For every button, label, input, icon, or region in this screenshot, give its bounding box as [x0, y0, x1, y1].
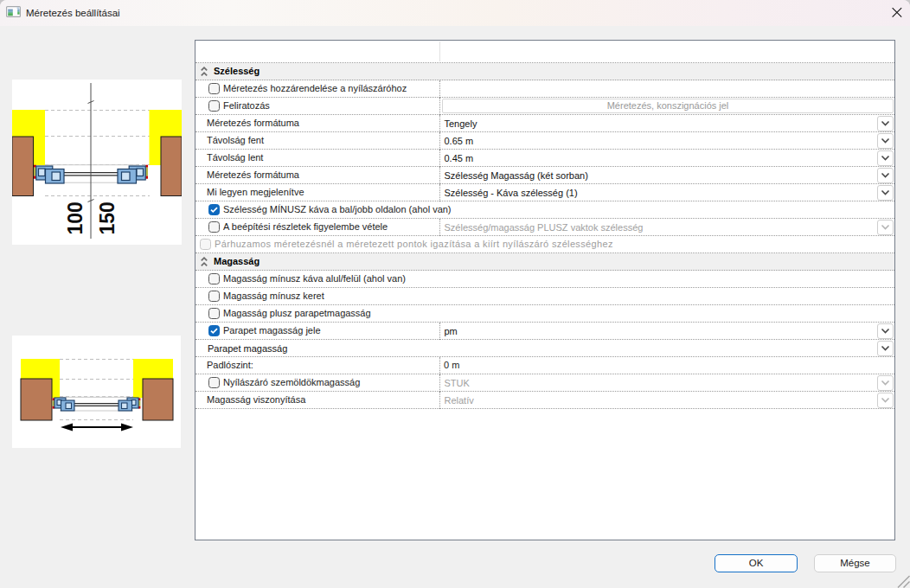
svg-text:150: 150: [96, 201, 119, 234]
svg-text:100: 100: [64, 201, 87, 234]
